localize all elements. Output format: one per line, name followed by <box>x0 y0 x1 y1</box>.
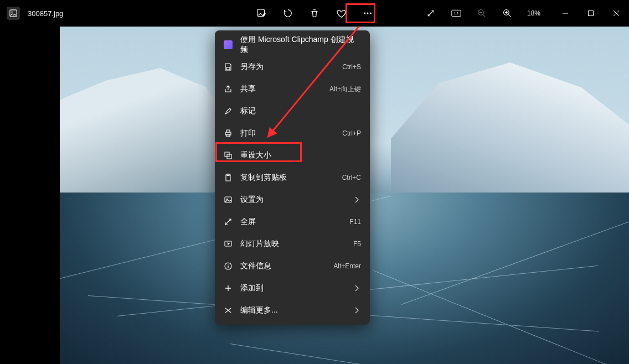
scene-mountain-right <box>391 63 629 201</box>
share-icon <box>224 85 233 93</box>
menu-item-shortcut: Ctrl+C <box>342 174 361 181</box>
fullscreen-button[interactable] <box>420 2 442 24</box>
menu-item-shortcut: F5 <box>353 240 361 248</box>
svg-rect-11 <box>226 67 230 70</box>
menu-item-set-as[interactable]: 设置为 <box>215 189 370 211</box>
menu-item-label: 添加到 <box>240 283 344 293</box>
clipchamp-icon <box>224 40 233 49</box>
zoom-in-button[interactable] <box>496 2 518 24</box>
delete-button[interactable] <box>303 2 326 24</box>
more-button[interactable] <box>357 2 379 24</box>
menu-item-label: 全屏 <box>240 217 342 227</box>
actual-size-button[interactable]: 1:1 <box>445 2 467 24</box>
picture-icon <box>224 195 233 204</box>
menu-item-shortcut: Alt+向上键 <box>329 85 361 94</box>
menu-item-label: 编辑更多... <box>240 305 344 315</box>
toolbar-center <box>250 0 379 27</box>
menu-item-edit-more[interactable]: 编辑更多... <box>215 299 370 321</box>
menu-item-fullscreen[interactable]: 全屏 F11 <box>215 211 370 233</box>
menu-item-label: 重设大小 <box>240 150 361 160</box>
maximize-button[interactable] <box>578 0 604 27</box>
minimize-button[interactable] <box>553 0 578 27</box>
menu-item-label: 设置为 <box>240 195 344 205</box>
plus-icon <box>224 284 233 293</box>
edit-more-icon <box>224 306 233 315</box>
clipboard-icon <box>224 173 233 182</box>
title-bar: 300857.jpg 1:1 18% <box>0 0 629 27</box>
photos-app-icon[interactable] <box>7 7 20 20</box>
svg-rect-0 <box>10 10 17 17</box>
menu-item-resize[interactable]: 重设大小 <box>215 144 370 167</box>
resize-icon <box>224 151 233 160</box>
pen-icon <box>224 107 233 116</box>
chevron-right-icon <box>352 195 361 204</box>
menu-item-copy-clipboard[interactable]: 复制到剪贴板 Ctrl+C <box>215 167 370 189</box>
menu-item-shortcut: F11 <box>349 218 361 226</box>
menu-item-save-as[interactable]: 另存为 Ctrl+S <box>215 56 370 78</box>
rotate-button[interactable] <box>277 2 299 24</box>
zoom-level-label: 18% <box>522 9 546 17</box>
filename-label: 300857.jpg <box>28 9 63 18</box>
menu-item-label: 文件信息 <box>240 261 326 271</box>
save-icon <box>224 63 233 71</box>
menu-item-file-info[interactable]: 文件信息 Alt+Enter <box>215 255 370 277</box>
chevron-right-icon <box>352 306 361 315</box>
window-controls <box>553 0 629 27</box>
svg-point-5 <box>370 13 372 14</box>
menu-item-shortcut: Ctrl+S <box>342 63 361 71</box>
menu-item-print[interactable]: 打印 Ctrl+P <box>215 122 370 144</box>
edit-image-button[interactable] <box>250 2 272 24</box>
title-left: 300857.jpg <box>0 7 63 20</box>
menu-item-label: 使用 Microsoft Clipchamp 创建视频 <box>240 35 361 55</box>
svg-text:1:1: 1:1 <box>454 12 458 15</box>
svg-point-3 <box>364 13 365 14</box>
menu-item-label: 另存为 <box>240 62 334 72</box>
svg-point-1 <box>12 12 13 13</box>
menu-item-label: 共享 <box>240 84 322 94</box>
menu-item-label: 打印 <box>240 128 334 138</box>
menu-item-create-video-clipchamp[interactable]: 使用 Microsoft Clipchamp 创建视频 <box>215 34 370 56</box>
svg-point-4 <box>367 13 369 14</box>
svg-rect-10 <box>589 11 594 16</box>
menu-item-add-to[interactable]: 添加到 <box>215 277 370 299</box>
close-button[interactable] <box>604 0 629 27</box>
favorite-button[interactable] <box>330 2 352 24</box>
svg-rect-13 <box>226 130 230 132</box>
toolbar-right: 1:1 18% <box>420 0 546 27</box>
zoom-out-button[interactable] <box>471 2 493 24</box>
menu-item-label: 复制到剪贴板 <box>240 173 334 183</box>
expand-icon <box>224 217 233 226</box>
menu-item-markup[interactable]: 标记 <box>215 100 370 122</box>
chevron-right-icon <box>352 284 361 293</box>
menu-item-shortcut: Ctrl+P <box>342 129 361 137</box>
menu-item-shortcut: Alt+Enter <box>333 262 361 270</box>
info-icon <box>224 262 233 271</box>
menu-item-share[interactable]: 共享 Alt+向上键 <box>215 78 370 100</box>
menu-item-label: 幻灯片放映 <box>240 239 346 249</box>
menu-item-slideshow[interactable]: 幻灯片放映 F5 <box>215 233 370 255</box>
slideshow-icon <box>224 240 233 248</box>
print-icon <box>224 129 233 138</box>
more-options-menu: 使用 Microsoft Clipchamp 创建视频 另存为 Ctrl+S 共… <box>215 30 370 325</box>
menu-item-label: 标记 <box>240 106 361 116</box>
